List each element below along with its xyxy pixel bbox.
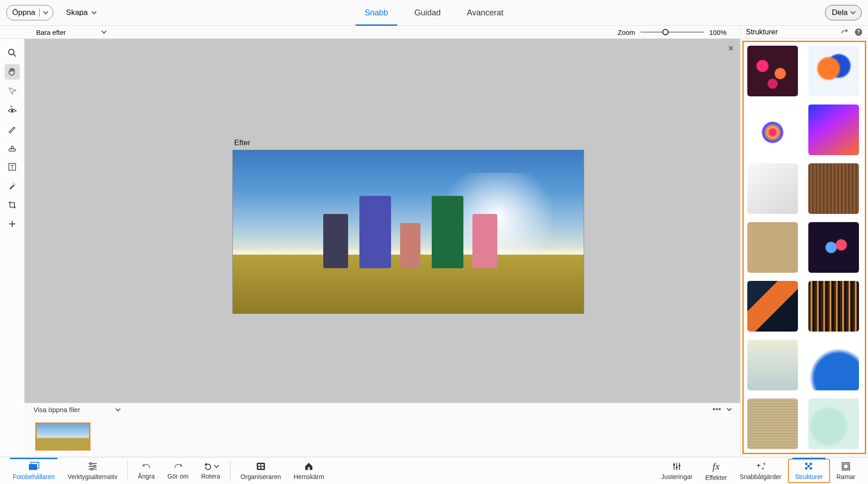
eye-tool[interactable]: + xyxy=(5,102,20,118)
photo-canvas[interactable] xyxy=(232,150,584,314)
canvas-viewport[interactable]: × Efter xyxy=(24,39,740,403)
thumbnail-bar xyxy=(24,416,740,457)
file-thumbnail[interactable] xyxy=(35,422,90,451)
open-files-label: Visa öppna filer xyxy=(33,406,80,413)
sparkle-plus-icon: ++ xyxy=(755,461,766,471)
texture-blue-crystal[interactable] xyxy=(808,340,859,390)
adjustments-button[interactable]: Justeringar xyxy=(655,460,699,482)
tab-guided[interactable]: Guidad xyxy=(413,0,443,26)
undo-button[interactable]: Ångra xyxy=(132,460,161,482)
close-icon[interactable]: × xyxy=(728,43,734,54)
chevron-down-icon[interactable] xyxy=(726,406,731,411)
frames-button[interactable]: Ramar xyxy=(830,460,862,482)
home-button[interactable]: Hemskärm xyxy=(287,460,330,482)
label: Verktygsalternativ xyxy=(67,473,118,480)
textures-grid xyxy=(742,41,866,454)
texture-light-streaks[interactable] xyxy=(747,163,798,214)
share-button[interactable]: Dela xyxy=(825,5,862,20)
label: Snabbåtgärder xyxy=(740,473,782,480)
svg-text:+: + xyxy=(761,465,764,471)
zoom-slider[interactable] xyxy=(641,32,704,33)
open-files-dropdown[interactable]: Visa öppna filer xyxy=(33,406,120,413)
texture-geometric-triangles[interactable] xyxy=(747,281,798,332)
stamp-tool[interactable] xyxy=(5,140,20,156)
svg-text:T: T xyxy=(10,164,14,171)
effects-button[interactable]: fx Effekter xyxy=(699,459,733,483)
textures-panel-header: Strukturer ? xyxy=(740,28,868,36)
zoom-slider-thumb[interactable] xyxy=(662,29,669,35)
hand-tool[interactable] xyxy=(5,64,20,80)
svg-point-11 xyxy=(13,182,14,183)
create-menu[interactable]: Skapa xyxy=(66,8,96,17)
texture-cloudy-paper[interactable] xyxy=(747,340,798,390)
open-files-bar: Visa öppna filer ••• xyxy=(24,403,740,416)
share-label: Dela xyxy=(832,8,848,17)
top-bar: Öppna Skapa Snabb Guidad Avancerat Dela xyxy=(0,0,868,25)
zoom-control: Zoom 100% xyxy=(618,28,740,36)
tool-options-button[interactable]: Verktygsalternativ xyxy=(61,460,124,482)
texture-kraft-paper[interactable] xyxy=(747,222,798,273)
svg-rect-37 xyxy=(807,465,810,467)
create-label: Skapa xyxy=(66,8,88,17)
texture-color-splash[interactable] xyxy=(747,104,798,155)
help-icon[interactable]: ? xyxy=(854,28,863,36)
more-icon[interactable]: ••• xyxy=(712,405,721,414)
texture-gradient-sunset[interactable] xyxy=(808,104,859,155)
chevron-down-icon xyxy=(43,9,48,14)
actions-button[interactable]: ++ Snabbåtgärder xyxy=(733,460,788,482)
after-label: Efter xyxy=(234,138,250,147)
svg-point-4 xyxy=(11,109,14,112)
rotate-button[interactable]: Rotera xyxy=(195,460,226,482)
texture-burlap[interactable] xyxy=(747,399,798,449)
svg-line-3 xyxy=(14,54,16,57)
svg-rect-22 xyxy=(257,463,265,470)
view-mode-dropdown[interactable]: Bara efter xyxy=(36,28,106,36)
texture-wood-slats[interactable] xyxy=(808,281,859,332)
chevron-down-icon xyxy=(101,28,106,33)
svg-point-2 xyxy=(9,49,14,55)
label: Fotobehållaren xyxy=(13,473,55,480)
redo-button[interactable]: Gör om xyxy=(161,460,195,482)
textures-button[interactable]: Strukturer xyxy=(788,459,830,483)
svg-rect-38 xyxy=(805,467,807,470)
tab-advanced[interactable]: Avancerat xyxy=(465,0,505,26)
svg-rect-23 xyxy=(258,464,260,466)
texture-wood-grain[interactable] xyxy=(808,163,859,214)
divider xyxy=(230,461,231,481)
image-stack-icon xyxy=(28,461,40,471)
tab-quick[interactable]: Snabb xyxy=(363,0,390,26)
chevron-down-icon xyxy=(214,463,219,468)
text-tool[interactable]: T xyxy=(5,159,20,175)
texture-ink-clouds[interactable] xyxy=(808,46,859,96)
organizer-button[interactable]: Organiseraren xyxy=(234,460,288,482)
sliders-icon xyxy=(87,461,98,471)
checker-icon xyxy=(804,461,814,471)
texture-bokeh-hearts[interactable] xyxy=(747,46,798,96)
frame-icon xyxy=(841,461,851,471)
svg-rect-32 xyxy=(679,465,680,466)
spot-heal-tool[interactable] xyxy=(5,178,20,194)
svg-rect-25 xyxy=(258,467,260,469)
quick-select-tool[interactable] xyxy=(5,83,20,99)
view-header: Bara efter Zoom 100% Strukturer ? xyxy=(0,25,868,39)
whiten-tool[interactable] xyxy=(5,121,20,137)
texture-mint-pattern[interactable] xyxy=(808,399,859,449)
move-tool[interactable] xyxy=(5,216,20,232)
photo-figure xyxy=(359,196,391,268)
tune-icon xyxy=(671,461,682,471)
grid-icon xyxy=(255,461,266,471)
zoom-tool[interactable] xyxy=(5,45,20,61)
svg-point-10 xyxy=(15,185,16,185)
photo-bin-button[interactable]: Fotobehållaren xyxy=(6,460,61,482)
label: Strukturer xyxy=(795,473,823,480)
home-icon xyxy=(304,461,314,471)
svg-rect-31 xyxy=(676,467,678,468)
texture-bokeh-lights[interactable] xyxy=(808,222,859,273)
crop-tool[interactable] xyxy=(5,197,20,213)
svg-rect-35 xyxy=(805,463,807,465)
svg-rect-24 xyxy=(261,464,264,466)
reset-icon[interactable] xyxy=(841,29,850,35)
open-button[interactable]: Öppna xyxy=(6,5,53,20)
textures-panel xyxy=(740,39,868,457)
panel-title: Strukturer xyxy=(746,28,778,36)
